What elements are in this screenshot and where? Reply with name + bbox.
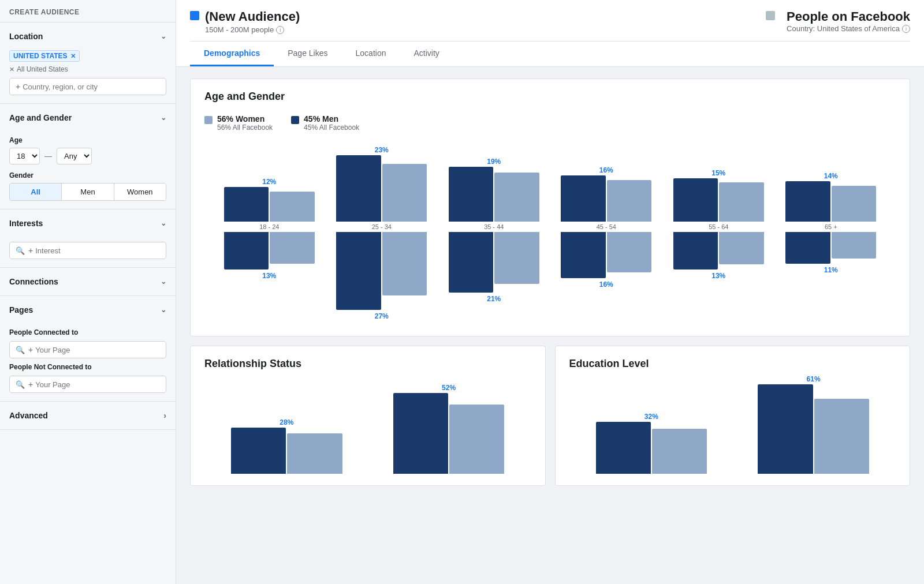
bar-fb-women-65plus xyxy=(832,186,876,222)
bar-fb-women-25-34 xyxy=(382,164,427,222)
age-label-18-24: 18 - 24 xyxy=(216,222,323,232)
bar-fb-women-35-44 xyxy=(494,173,539,222)
location-sub-label: All United States xyxy=(17,65,68,73)
edu-fb-bar-2 xyxy=(814,399,869,474)
bar-audience-men-35-44 xyxy=(449,232,493,293)
men-bar-pct-65plus: 11% xyxy=(824,266,838,274)
relationship-title: Relationship Status xyxy=(204,358,531,370)
women-bar-pct-25-34: 23% xyxy=(375,146,389,154)
men-bar-pct-18-24: 13% xyxy=(262,272,276,280)
age-gender-chart-section: Age and Gender 56% Women 56% All Faceboo… xyxy=(190,78,910,336)
bar-group-men-18-24: 13% xyxy=(216,232,323,280)
age-gender-chevron-icon: ⌄ xyxy=(161,114,166,122)
connected-to-input[interactable] xyxy=(35,346,160,354)
audience-title-row: (New Audience) 150M - 200M people i Peop… xyxy=(190,9,910,34)
audience-size-text: 150M - 200M people xyxy=(205,25,274,34)
location-input-wrap[interactable]: + xyxy=(9,78,166,95)
bar-group-women-35-44: 19% xyxy=(441,141,547,222)
audience-info: (New Audience) 150M - 200M people i xyxy=(205,9,300,34)
women-bar-pct-55-64: 15% xyxy=(711,169,725,177)
main-content: (New Audience) 150M - 200M people i Peop… xyxy=(176,0,924,584)
age-label-65plus: 65 + xyxy=(778,222,885,232)
tab-page-likes[interactable]: Page Likes xyxy=(274,42,341,66)
women-label: 56% Women xyxy=(217,114,273,123)
bar-group-women-25-34: 23% xyxy=(329,141,435,222)
women-bar-pct-65plus: 14% xyxy=(824,172,838,180)
location-input[interactable] xyxy=(23,83,160,91)
pages-chevron-icon: ⌄ xyxy=(161,306,166,314)
connected-plus-icon: + xyxy=(28,345,33,354)
interests-chevron-icon: ⌄ xyxy=(161,219,166,227)
fb-country: Country: United States of America xyxy=(787,24,900,33)
not-connected-input-wrap[interactable]: 🔍 + xyxy=(9,376,166,393)
not-connected-input[interactable] xyxy=(35,380,160,389)
age-gender-section-header[interactable]: Age and Gender ⌄ xyxy=(0,104,176,132)
location-label: Location xyxy=(9,32,43,41)
relationship-status-card: Relationship Status 28% 52% xyxy=(190,346,546,486)
connections-section-header[interactable]: Connections ⌄ xyxy=(0,268,176,295)
bar-audience-women-25-34 xyxy=(336,155,381,222)
interests-content: 🔍 + xyxy=(0,242,176,267)
edu-bar-group-2: 61% xyxy=(737,381,890,474)
interests-input-wrap[interactable]: 🔍 + xyxy=(9,242,166,259)
bar-audience-men-65plus xyxy=(785,232,830,264)
fb-label: People on Facebook xyxy=(787,9,910,24)
bar-group-women-55-64: 15% xyxy=(665,141,772,222)
pages-section-header[interactable]: Pages ⌄ xyxy=(0,296,176,324)
gender-women-button[interactable]: Women xyxy=(114,184,166,200)
gender-all-button[interactable]: All xyxy=(10,184,62,200)
location-sub-close-icon[interactable]: ✕ xyxy=(9,66,14,73)
bar-pair-women-25-34 xyxy=(329,155,435,222)
advanced-chevron-icon: › xyxy=(163,411,166,420)
not-connected-search-icon: 🔍 xyxy=(16,380,25,389)
bar-audience-women-18-24 xyxy=(224,187,269,222)
audience-info-icon[interactable]: i xyxy=(276,26,284,34)
interests-input[interactable] xyxy=(35,246,160,255)
age-label-55-64: 55 - 64 xyxy=(665,222,772,232)
audience-header: (New Audience) 150M - 200M people i Peop… xyxy=(176,0,924,67)
interests-section-header[interactable]: Interests ⌄ xyxy=(0,209,176,237)
age-row: 18 21 25 — Any 24 34 44 54 64 65+ xyxy=(9,148,166,164)
education-title: Education Level xyxy=(569,358,896,370)
edu-pct-2: 61% xyxy=(807,375,821,383)
sidebar-header: CREATE AUDIENCE xyxy=(0,0,176,23)
connected-search-icon: 🔍 xyxy=(16,346,25,354)
legend-area: 56% Women 56% All Facebook 45% Men 45% A… xyxy=(204,114,896,132)
edu-audience-bar-1 xyxy=(596,422,651,474)
bar-audience-men-18-24 xyxy=(224,232,269,269)
bar-fb-men-35-44 xyxy=(494,232,539,284)
edu-fb-bar-1 xyxy=(652,429,707,474)
tab-location[interactable]: Location xyxy=(342,42,400,66)
bar-audience-men-55-64 xyxy=(673,232,718,269)
bar-fb-women-45-54 xyxy=(607,180,651,222)
rel-pct-2: 52% xyxy=(442,384,456,392)
fb-info-icon[interactable]: i xyxy=(902,25,910,33)
advanced-row[interactable]: Advanced › xyxy=(0,402,176,429)
connections-chevron-icon: ⌄ xyxy=(161,278,166,286)
bar-pair-men-55-64 xyxy=(665,232,772,269)
men-bar-pct-35-44: 21% xyxy=(487,295,501,303)
sidebar-section-connections: Connections ⌄ xyxy=(0,268,176,296)
rel-bars-1 xyxy=(225,428,348,474)
sidebar: CREATE AUDIENCE Location ⌄ UNITED STATES… xyxy=(0,0,176,584)
connected-to-input-wrap[interactable]: 🔍 + xyxy=(9,341,166,358)
bar-fb-women-18-24 xyxy=(270,192,314,222)
bar-fb-men-55-64 xyxy=(719,232,763,264)
gender-men-button[interactable]: Men xyxy=(62,184,114,200)
sidebar-section-age-gender: Age and Gender ⌄ Age 18 21 25 — Any 24 3… xyxy=(0,104,176,209)
women-bar-pct-45-54: 16% xyxy=(599,166,613,174)
bar-pair-women-45-54 xyxy=(553,175,660,222)
connected-to-label: People Connected to xyxy=(9,328,166,336)
location-section-header[interactable]: Location ⌄ xyxy=(0,23,176,50)
fb-sub: Country: United States of America i xyxy=(787,24,910,33)
age-label-35-44: 35 - 44 xyxy=(441,222,547,232)
tab-activity[interactable]: Activity xyxy=(400,42,453,66)
location-tag[interactable]: UNITED STATES ✕ xyxy=(9,50,80,62)
age-max-select[interactable]: Any 24 34 44 54 64 65+ xyxy=(57,148,92,164)
age-min-select[interactable]: 18 21 25 xyxy=(9,148,40,164)
gender-field-label: Gender xyxy=(9,171,166,179)
men-bar-pct-45-54: 16% xyxy=(599,280,613,289)
tab-demographics[interactable]: Demographics xyxy=(190,42,274,66)
rel-bar-group-2: 52% xyxy=(372,381,526,474)
location-tag-close-icon[interactable]: ✕ xyxy=(70,53,76,60)
